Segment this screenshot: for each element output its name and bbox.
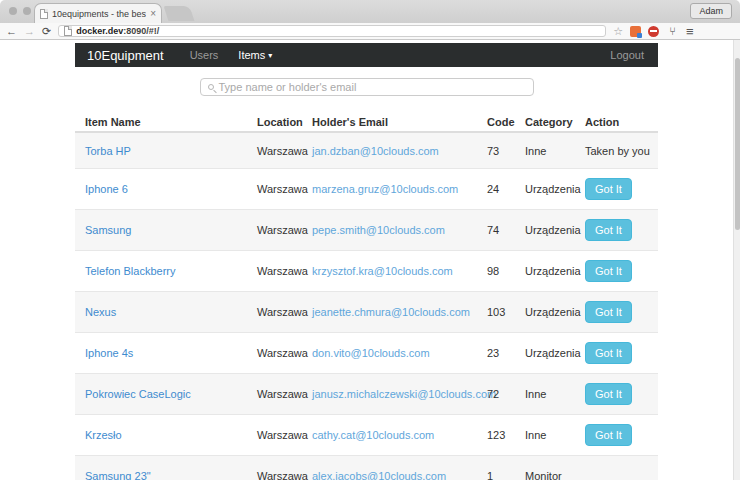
item-name-link[interactable]: Iphone 4s xyxy=(75,347,255,359)
category-cell: Urządzenia xyxy=(523,347,583,359)
tab-strip: 10equipments - the best s × Adam xyxy=(0,0,740,23)
new-tab-button[interactable] xyxy=(164,6,195,21)
table-row: Samsung 23"Warszawaalex.jacobs@10clouds.… xyxy=(75,455,658,480)
location-cell: Warszawa xyxy=(255,306,310,318)
category-cell: Inne xyxy=(523,429,583,441)
code-cell: 98 xyxy=(485,265,523,277)
search-input[interactable]: Type name or holder's email xyxy=(200,78,534,96)
got-it-button[interactable]: Got It xyxy=(585,342,632,364)
column-header-holder-email: Holder's Email xyxy=(310,116,485,128)
holder-email-link[interactable]: marzena.gruz@10clouds.com xyxy=(310,183,485,195)
action-cell: Got It xyxy=(583,342,658,364)
category-cell: Inne xyxy=(523,388,583,400)
screenshot-extension-icon[interactable] xyxy=(630,26,641,37)
got-it-button[interactable]: Got It xyxy=(585,219,632,241)
category-cell: Inne xyxy=(523,145,583,157)
action-cell: Got It xyxy=(583,219,658,241)
table-row: SamsungWarszawapepe.smith@10clouds.com74… xyxy=(75,209,658,250)
category-cell: Monitor xyxy=(523,470,583,480)
item-name-link[interactable]: Krzesło xyxy=(75,429,255,441)
browser-tab[interactable]: 10equipments - the best s × xyxy=(34,3,162,23)
table-row: KrzesłoWarszawacathy.cat@10clouds.com123… xyxy=(75,414,658,455)
profile-button[interactable]: Adam xyxy=(690,3,732,19)
taken-by-you-label: Taken by you xyxy=(583,145,658,157)
item-name-link[interactable]: Pokrowiec CaseLogic xyxy=(75,388,255,400)
action-cell: Got It xyxy=(583,424,658,446)
holder-email-link[interactable]: jeanette.chmura@10clouds.com xyxy=(310,306,485,318)
action-cell: Got It xyxy=(583,301,658,323)
action-cell: Got It xyxy=(583,260,658,282)
code-cell: 74 xyxy=(485,224,523,236)
tab-title: 10equipments - the best s xyxy=(52,9,146,19)
browser-window: 10equipments - the best s × Adam ← → ⟳ d… xyxy=(0,0,740,480)
code-cell: 24 xyxy=(485,183,523,195)
column-header-item-name: Item Name xyxy=(75,116,255,128)
scrollbar-thumb[interactable] xyxy=(735,58,740,230)
holder-email-link[interactable]: pepe.smith@10clouds.com xyxy=(310,224,485,236)
column-header-location: Location xyxy=(255,116,310,128)
adblock-extension-icon[interactable] xyxy=(648,26,659,37)
dark-extension-icon[interactable]: ⑂ xyxy=(666,26,679,37)
search-placeholder: Type name or holder's email xyxy=(219,81,357,93)
column-header-action: Action xyxy=(583,116,658,128)
chrome-menu-icon[interactable]: ≡ xyxy=(686,25,694,38)
code-cell: 73 xyxy=(485,145,523,157)
table-row: Torba HPWarszawajan.dzban@10clouds.com73… xyxy=(75,133,658,168)
items-table: Item Name Location Holder's Email Code C… xyxy=(75,112,658,480)
got-it-button[interactable]: Got It xyxy=(585,178,632,200)
table-body: Torba HPWarszawajan.dzban@10clouds.com73… xyxy=(75,133,658,480)
item-name-link[interactable]: Iphone 6 xyxy=(75,183,255,195)
minimize-window-icon[interactable] xyxy=(23,7,31,15)
got-it-button[interactable]: Got It xyxy=(585,260,632,282)
item-name-link[interactable]: Samsung xyxy=(75,224,255,236)
search-area: Type name or holder's email xyxy=(75,78,658,96)
got-it-button[interactable]: Got It xyxy=(585,383,632,405)
url-text: docker.dev:8090/#!/ xyxy=(76,26,159,36)
table-row: Iphone 6Warszawamarzena.gruz@10clouds.co… xyxy=(75,168,658,209)
table-header: Item Name Location Holder's Email Code C… xyxy=(75,112,658,133)
search-icon xyxy=(208,84,214,90)
scrollbar-track[interactable] xyxy=(733,40,740,480)
code-cell: 1 xyxy=(485,470,523,480)
got-it-button[interactable]: Got It xyxy=(585,424,632,446)
item-name-link[interactable]: Nexus xyxy=(75,306,255,318)
nav-item-items[interactable]: Items ▾ xyxy=(238,49,272,61)
code-cell: 72 xyxy=(485,388,523,400)
app-navbar: 10Equipment Users Items ▾ Logout xyxy=(75,43,658,67)
category-cell: Urządzenia xyxy=(523,306,583,318)
bookmark-star-icon[interactable]: ☆ xyxy=(613,26,623,37)
page-favicon-icon xyxy=(40,9,48,19)
location-cell: Warszawa xyxy=(255,470,310,480)
item-name-link[interactable]: Telefon Blackberry xyxy=(75,265,255,277)
location-cell: Warszawa xyxy=(255,145,310,157)
location-cell: Warszawa xyxy=(255,265,310,277)
action-cell: Got It xyxy=(583,383,658,405)
category-cell: Urządzenia xyxy=(523,224,583,236)
code-cell: 103 xyxy=(485,306,523,318)
close-window-icon[interactable] xyxy=(9,7,17,15)
table-row: Pokrowiec CaseLogicWarszawajanusz.michal… xyxy=(75,373,658,414)
nav-item-users[interactable]: Users xyxy=(190,49,219,61)
code-cell: 123 xyxy=(485,429,523,441)
holder-email-link[interactable]: jan.dzban@10clouds.com xyxy=(310,145,485,157)
page-icon xyxy=(64,26,72,36)
table-row: NexusWarszawajeanette.chmura@10clouds.co… xyxy=(75,291,658,332)
forward-icon: → xyxy=(24,26,35,37)
holder-email-link[interactable]: alex.jacobs@10clouds.com xyxy=(310,470,485,480)
category-cell: Urządzenia xyxy=(523,183,583,195)
holder-email-link[interactable]: krzysztof.kra@10clouds.com xyxy=(310,265,485,277)
back-icon[interactable]: ← xyxy=(6,26,17,37)
item-name-link[interactable]: Torba HP xyxy=(75,145,255,157)
logout-button[interactable]: Logout xyxy=(610,49,644,61)
holder-email-link[interactable]: cathy.cat@10clouds.com xyxy=(310,429,485,441)
location-cell: Warszawa xyxy=(255,347,310,359)
app-brand[interactable]: 10Equipment xyxy=(87,48,164,63)
holder-email-link[interactable]: don.vito@10clouds.com xyxy=(310,347,485,359)
got-it-button[interactable]: Got It xyxy=(585,301,632,323)
address-bar[interactable]: docker.dev:8090/#!/ xyxy=(58,25,606,37)
column-header-code: Code xyxy=(485,116,523,128)
holder-email-link[interactable]: janusz.michalczewski@10clouds.com xyxy=(310,388,485,400)
tab-close-icon[interactable]: × xyxy=(150,9,156,19)
refresh-icon[interactable]: ⟳ xyxy=(42,26,51,37)
item-name-link[interactable]: Samsung 23" xyxy=(75,470,255,480)
